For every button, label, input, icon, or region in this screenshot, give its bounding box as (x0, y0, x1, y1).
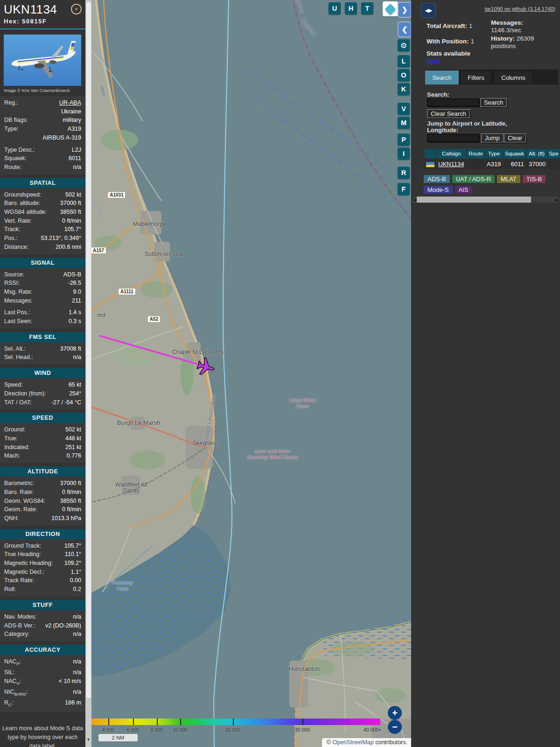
cell-flag[interactable] (425, 159, 436, 169)
section-header-wind: WIND (0, 368, 85, 378)
detail-value: 0.00 (70, 576, 81, 585)
scrollbar-thumb[interactable] (86, 2, 91, 698)
column-header-Alt. (ft)[interactable]: Alt. (ft) (526, 149, 547, 158)
detail-row: Mach:0.776 (0, 451, 85, 460)
detail-value: 1.4 s (69, 308, 81, 317)
detail-value: ADS-B (63, 270, 81, 279)
settings-button[interactable]: ⚙ (398, 39, 410, 51)
panel-width-toggle-button[interactable]: ◀▶ (421, 3, 436, 18)
ukraine-flag-icon (426, 162, 434, 167)
close-icon[interactable]: ✕ (71, 4, 82, 14)
map-button-h[interactable]: H (345, 2, 357, 14)
map-canvas[interactable]: shire ingdom England Greater Lincolnshir… (91, 0, 411, 747)
map-side-button-k[interactable]: K (398, 83, 410, 95)
detail-value: 53.213°, 0.349° (41, 234, 81, 243)
caret-down-icon[interactable]: ▾ (85, 737, 91, 742)
detail-row: Type:A319 (0, 125, 85, 134)
search-button[interactable]: Search (480, 98, 507, 107)
detail-label: Sel. Head.: (4, 353, 33, 362)
cell-callsign[interactable]: UKN1134 (437, 159, 466, 169)
detail-value: 448 kt (65, 434, 81, 443)
legend-tick (302, 719, 303, 725)
total-aircraft: Total Aircraft: 1 (427, 22, 472, 29)
table-horizontal-scrollbar[interactable]: ◄ ► (413, 197, 559, 203)
tab-search[interactable]: Search (425, 70, 459, 85)
legend-label: 40 000+ (364, 727, 381, 733)
search-input[interactable] (427, 99, 479, 106)
detail-value: 65 kt (69, 381, 81, 389)
section-header-fms-sel: FMS SEL (0, 332, 85, 342)
column-header-Type[interactable]: Type (485, 149, 503, 158)
cell[interactable] (548, 159, 560, 169)
chevron-left-icon: ❮ (402, 25, 408, 34)
source-badge-tis-b[interactable]: TIS-B (523, 175, 546, 183)
cell[interactable]: 6011 (504, 159, 525, 169)
detail-row: ADS-B Ver.:v2 (DO-260B) (0, 621, 85, 630)
detail-label: Msg. Rate: (4, 288, 32, 296)
callsign-link[interactable]: UKN1134 (438, 161, 464, 168)
place-label-skegness: Skegness (192, 439, 219, 446)
cell[interactable]: 37000 (526, 159, 547, 169)
scroll-right-icon[interactable]: ► (555, 197, 559, 203)
detail-row: NACV:< 10 m/s (0, 677, 85, 688)
aircraft-photo[interactable] (4, 35, 81, 86)
map-side-button-l[interactable]: L (398, 55, 410, 67)
map-side-button-p[interactable]: P (398, 134, 410, 146)
openstreetmap-link[interactable]: OpenStreetMap (332, 739, 373, 746)
table-row[interactable]: UKN1134A319601137000 (425, 159, 560, 169)
detail-row: Category:n/a (0, 630, 85, 639)
layers-icon (385, 3, 396, 14)
detail-label: True Heading: (4, 550, 41, 559)
source-badge-uat-ads-r[interactable]: UAT / ADS-R (452, 175, 495, 183)
source-badges-row2: Mode-SAIS (424, 186, 472, 194)
column-header-Callsign[interactable]: Callsign (437, 149, 466, 158)
stats-here-link: here (427, 57, 440, 64)
sidebar-scrollbar[interactable]: ▾ (85, 0, 91, 747)
source-badge-mode-s[interactable]: Mode-S (424, 186, 453, 194)
sidebar-collapse-button[interactable]: ❮ (398, 21, 411, 37)
map-side-button-m[interactable]: M (398, 117, 410, 129)
layers-button[interactable] (383, 1, 398, 16)
source-badge-ads-b[interactable]: ADS-B (424, 175, 450, 183)
sidebar-header: UKN1134 Hex: 50815F ✕ (0, 0, 85, 25)
column-header-Squawk[interactable]: Squawk (504, 149, 525, 158)
hscroll-thumb[interactable] (417, 197, 531, 203)
jump-input[interactable] (427, 134, 479, 142)
map-side-button-v[interactable]: V (398, 103, 410, 115)
detail-value: 502 kt (65, 190, 81, 199)
sidebar-expand-button[interactable]: ❯ (398, 2, 411, 18)
detail-row: Last Seen:0.3 s (0, 317, 85, 326)
detail-value: 37000 ft (60, 479, 81, 488)
detail-label: NACP: (4, 657, 21, 668)
section-body: Sel. Alt.:37008 ftSel. Head.:n/a (0, 342, 85, 365)
map-side-button-r[interactable]: R (398, 167, 410, 179)
detail-row: Vert. Rate:0 ft/min (0, 217, 85, 226)
zoom-out-button[interactable]: − (388, 720, 402, 734)
tab-columns[interactable]: Columns (493, 70, 533, 85)
clear-jump-button[interactable]: Clear (504, 134, 526, 142)
source-badge-ais[interactable]: AIS (455, 186, 472, 194)
clear-search-button[interactable]: Clear Search (427, 109, 470, 118)
github-version-link[interactable]: tar1090 on github (3.14.1740) (484, 6, 555, 12)
cell[interactable] (467, 159, 484, 169)
cell[interactable]: A319 (485, 159, 503, 169)
column-header-Spe[interactable]: Spe (548, 149, 560, 158)
section-body: Ground Track:105.7°True Heading:110.1°Ma… (0, 539, 85, 597)
map-button-u[interactable]: U (329, 2, 341, 14)
detail-row: Barometric:37000 ft (0, 479, 85, 488)
plus-icon: + (392, 708, 398, 719)
map-button-t[interactable]: T (361, 2, 373, 14)
map-side-button-f[interactable]: F (398, 183, 410, 195)
zoom-in-button[interactable]: + (388, 706, 402, 720)
registration-link[interactable]: UR-ABA (59, 99, 81, 107)
source-badge-mlat[interactable]: MLAT (497, 175, 520, 183)
place-label-burgh-le-marsh: Burgh Le Marsh (117, 419, 161, 426)
column-header-Route[interactable]: Route (467, 149, 484, 158)
mode-s-note: Learn more about Mode S data type by hov… (2, 724, 84, 747)
jump-button[interactable]: Jump (481, 134, 504, 142)
column-header-flag[interactable] (425, 149, 436, 158)
map-side-button-i[interactable]: I (398, 148, 410, 160)
tab-filters[interactable]: Filters (460, 70, 492, 85)
detail-label: Roll: (4, 585, 16, 594)
map-side-button-o[interactable]: O (398, 69, 410, 81)
